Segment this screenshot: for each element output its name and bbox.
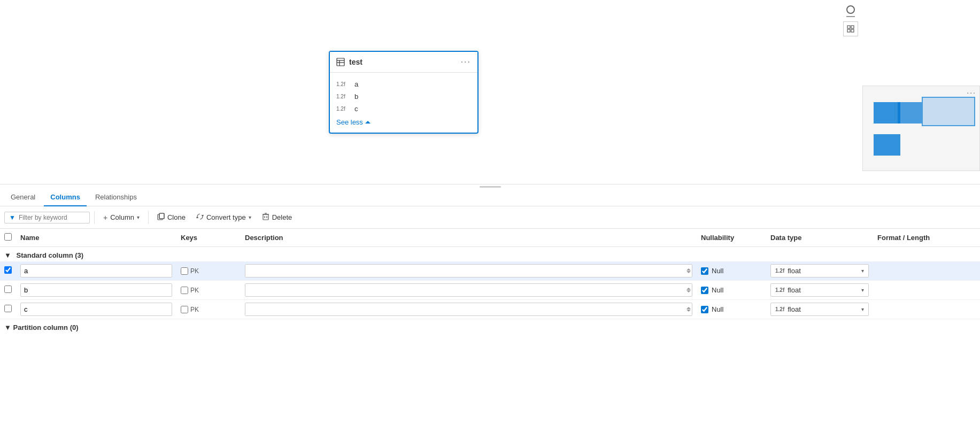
col-name-b: b — [354, 92, 358, 101]
table-node-menu-button[interactable]: ··· — [461, 57, 471, 67]
columns-table: Name Keys Description Nullability Data t… — [0, 229, 980, 334]
table-icon — [336, 58, 345, 66]
add-column-label: Column — [110, 213, 134, 221]
table-node-row-b: 1.2f b — [336, 90, 471, 103]
row-c-datatype-select[interactable]: 1.2f float ▾ — [770, 303, 869, 316]
see-less-button[interactable]: See less — [336, 115, 371, 127]
delete-label: Delete — [272, 213, 292, 221]
row-a-datatype-label: float — [788, 267, 858, 275]
type-badge-a: 1.2f — [336, 81, 349, 87]
convert-icon — [196, 213, 204, 222]
zoom-slider-track — [846, 16, 855, 17]
delete-button[interactable]: Delete — [258, 211, 297, 224]
row-a-desc-input[interactable] — [245, 265, 685, 277]
toolbar-separator-2 — [148, 211, 149, 224]
filter-input[interactable] — [19, 214, 83, 221]
col-name-a: a — [354, 80, 358, 88]
row-c-datatype-cell: 1.2f float ▾ — [766, 300, 873, 319]
row-b-desc-arrows[interactable] — [685, 288, 692, 292]
row-b-desc-input[interactable] — [245, 284, 685, 296]
row-b-datatype-caret-icon: ▾ — [861, 287, 864, 293]
zoom-controls — [843, 5, 858, 36]
tab-general[interactable]: General — [4, 189, 42, 206]
table-row: PK Null — [0, 281, 980, 300]
zoom-fit-button[interactable] — [843, 21, 858, 36]
table-node-row-a: 1.2f a — [336, 78, 471, 90]
header-format-length: Format / Length — [873, 229, 980, 247]
row-a-pk-label: PK — [190, 267, 199, 275]
section-standard-header: ▼ Standard column (3) — [0, 247, 980, 262]
delete-icon — [262, 213, 269, 222]
type-badge-b: 1.2f — [336, 94, 349, 99]
row-c-datatype-label: float — [788, 305, 858, 313]
row-a-desc-wrap — [245, 264, 692, 277]
type-badge-c: 1.2f — [336, 106, 349, 112]
svg-rect-9 — [159, 213, 164, 219]
row-c-desc-arrows[interactable] — [685, 307, 692, 312]
add-column-button[interactable]: + Column ▾ — [99, 211, 144, 224]
clone-button[interactable]: Clone — [153, 211, 190, 224]
zoom-handle[interactable] — [846, 5, 855, 14]
row-a-null-checkbox[interactable] — [701, 267, 708, 275]
header-checkbox-col — [0, 229, 16, 247]
select-all-checkbox[interactable] — [4, 233, 12, 241]
bottom-panel: General Columns Relationships ▼ + Column… — [0, 184, 980, 334]
row-a-name-cell — [16, 261, 176, 281]
row-c-pk-checkbox[interactable] — [181, 306, 188, 313]
row-a-desc-arrows[interactable] — [685, 268, 692, 273]
row-a-checkbox[interactable] — [4, 266, 12, 274]
row-b-null-checkbox[interactable] — [701, 287, 708, 294]
row-b-pk-checkbox[interactable] — [181, 287, 188, 294]
row-c-datatype-icon: 1.2f — [775, 306, 784, 312]
section-standard-label: Standard column (3) — [17, 251, 84, 259]
svg-rect-11 — [263, 214, 268, 220]
filter-input-wrap: ▼ — [4, 212, 90, 223]
toolbar-separator-1 — [94, 211, 95, 224]
row-b-checkbox-cell — [0, 281, 16, 300]
header-description: Description — [241, 229, 697, 247]
row-c-name-input[interactable] — [20, 303, 172, 316]
section-partition-collapse-icon[interactable]: ▼ — [4, 323, 11, 331]
row-c-pk-wrap: PK — [181, 306, 236, 313]
row-c-null-checkbox[interactable] — [701, 306, 708, 313]
panel-drag-handle[interactable] — [0, 184, 980, 189]
svg-rect-4 — [847, 26, 850, 28]
drag-line — [480, 186, 501, 188]
row-a-null-cell: Null — [697, 261, 766, 281]
row-a-desc-cell — [241, 261, 697, 281]
columns-table-body: ▼ Standard column (3) PK — [0, 247, 980, 334]
table-node-name: test — [349, 58, 362, 66]
row-b-pk-label: PK — [190, 287, 199, 294]
header-nullability: Nullability — [697, 229, 766, 247]
tab-relationships[interactable]: Relationships — [89, 189, 143, 206]
svg-rect-5 — [851, 26, 854, 28]
toolbar: ▼ + Column ▾ Clone — [0, 206, 980, 229]
convert-type-caret-icon: ▾ — [249, 214, 251, 220]
header-data-type: Data type — [766, 229, 873, 247]
table-node-header: test ··· — [330, 52, 477, 73]
row-b-datatype-cell: 1.2f float ▾ — [766, 281, 873, 300]
tab-columns[interactable]: Columns — [44, 189, 87, 206]
row-b-name-input[interactable] — [20, 283, 172, 297]
minimap-menu-button[interactable]: ··· — [967, 88, 976, 97]
row-a-datatype-select[interactable]: 1.2f float ▾ — [770, 264, 869, 277]
row-b-checkbox[interactable] — [4, 286, 12, 293]
table-node-title: test — [336, 58, 362, 66]
row-c-desc-input[interactable] — [245, 303, 685, 315]
row-c-checkbox[interactable] — [4, 305, 12, 312]
row-b-desc-cell — [241, 281, 697, 300]
convert-type-button[interactable]: Convert type ▾ — [192, 211, 256, 224]
row-a-null-wrap: Null — [701, 267, 762, 275]
add-icon: + — [103, 213, 107, 222]
section-collapse-icon[interactable]: ▼ — [4, 251, 11, 259]
row-a-checkbox-cell — [0, 261, 16, 281]
row-b-datatype-select[interactable]: 1.2f float ▾ — [770, 283, 869, 297]
row-b-null-wrap: Null — [701, 286, 762, 294]
row-a-name-input[interactable] — [20, 264, 172, 277]
row-a-pk-checkbox[interactable] — [181, 267, 188, 275]
row-b-null-label: Null — [712, 286, 723, 294]
row-a-pk-wrap: PK — [181, 267, 236, 275]
row-a-keys-cell: PK — [176, 261, 241, 281]
svg-rect-6 — [847, 29, 850, 32]
tabs-bar: General Columns Relationships — [0, 189, 980, 206]
